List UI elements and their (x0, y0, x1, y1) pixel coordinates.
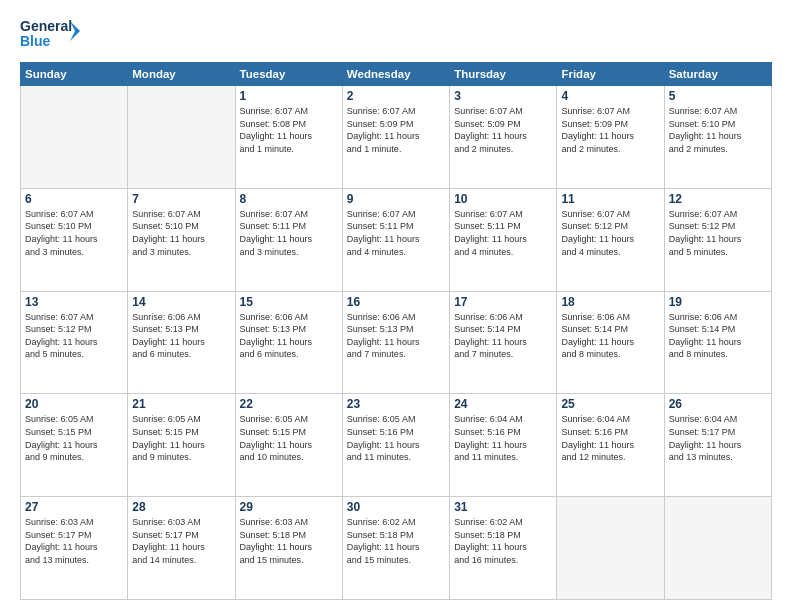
calendar-cell: 29Sunrise: 6:03 AM Sunset: 5:18 PM Dayli… (235, 497, 342, 600)
day-number: 6 (25, 192, 123, 206)
svg-text:Blue: Blue (20, 33, 51, 49)
calendar-cell: 22Sunrise: 6:05 AM Sunset: 5:15 PM Dayli… (235, 394, 342, 497)
calendar-cell: 9Sunrise: 6:07 AM Sunset: 5:11 PM Daylig… (342, 188, 449, 291)
weekday-header-wednesday: Wednesday (342, 63, 449, 86)
day-number: 27 (25, 500, 123, 514)
weekday-row: SundayMondayTuesdayWednesdayThursdayFrid… (21, 63, 772, 86)
day-info: Sunrise: 6:07 AM Sunset: 5:10 PM Dayligh… (669, 105, 767, 155)
calendar-cell: 25Sunrise: 6:04 AM Sunset: 5:16 PM Dayli… (557, 394, 664, 497)
calendar-cell: 20Sunrise: 6:05 AM Sunset: 5:15 PM Dayli… (21, 394, 128, 497)
day-info: Sunrise: 6:05 AM Sunset: 5:15 PM Dayligh… (25, 413, 123, 463)
day-info: Sunrise: 6:04 AM Sunset: 5:16 PM Dayligh… (561, 413, 659, 463)
day-info: Sunrise: 6:07 AM Sunset: 5:08 PM Dayligh… (240, 105, 338, 155)
day-number: 23 (347, 397, 445, 411)
day-number: 13 (25, 295, 123, 309)
day-number: 20 (25, 397, 123, 411)
calendar-table: SundayMondayTuesdayWednesdayThursdayFrid… (20, 62, 772, 600)
day-number: 11 (561, 192, 659, 206)
calendar-cell (21, 86, 128, 189)
calendar-cell: 14Sunrise: 6:06 AM Sunset: 5:13 PM Dayli… (128, 291, 235, 394)
calendar-cell: 13Sunrise: 6:07 AM Sunset: 5:12 PM Dayli… (21, 291, 128, 394)
day-info: Sunrise: 6:07 AM Sunset: 5:12 PM Dayligh… (561, 208, 659, 258)
calendar-cell (128, 86, 235, 189)
day-number: 21 (132, 397, 230, 411)
day-info: Sunrise: 6:04 AM Sunset: 5:16 PM Dayligh… (454, 413, 552, 463)
day-number: 5 (669, 89, 767, 103)
calendar-cell: 23Sunrise: 6:05 AM Sunset: 5:16 PM Dayli… (342, 394, 449, 497)
day-info: Sunrise: 6:05 AM Sunset: 5:15 PM Dayligh… (240, 413, 338, 463)
day-number: 2 (347, 89, 445, 103)
day-number: 9 (347, 192, 445, 206)
day-info: Sunrise: 6:03 AM Sunset: 5:17 PM Dayligh… (25, 516, 123, 566)
day-info: Sunrise: 6:03 AM Sunset: 5:18 PM Dayligh… (240, 516, 338, 566)
day-info: Sunrise: 6:07 AM Sunset: 5:09 PM Dayligh… (347, 105, 445, 155)
weekday-header-saturday: Saturday (664, 63, 771, 86)
day-info: Sunrise: 6:06 AM Sunset: 5:14 PM Dayligh… (561, 311, 659, 361)
day-number: 4 (561, 89, 659, 103)
calendar-cell: 31Sunrise: 6:02 AM Sunset: 5:18 PM Dayli… (450, 497, 557, 600)
day-number: 14 (132, 295, 230, 309)
day-number: 16 (347, 295, 445, 309)
day-info: Sunrise: 6:02 AM Sunset: 5:18 PM Dayligh… (454, 516, 552, 566)
calendar-cell: 26Sunrise: 6:04 AM Sunset: 5:17 PM Dayli… (664, 394, 771, 497)
calendar-cell: 19Sunrise: 6:06 AM Sunset: 5:14 PM Dayli… (664, 291, 771, 394)
day-number: 26 (669, 397, 767, 411)
day-number: 1 (240, 89, 338, 103)
header: GeneralBlue (20, 16, 772, 52)
calendar-cell: 15Sunrise: 6:06 AM Sunset: 5:13 PM Dayli… (235, 291, 342, 394)
day-info: Sunrise: 6:07 AM Sunset: 5:10 PM Dayligh… (132, 208, 230, 258)
day-info: Sunrise: 6:06 AM Sunset: 5:13 PM Dayligh… (132, 311, 230, 361)
calendar-cell: 30Sunrise: 6:02 AM Sunset: 5:18 PM Dayli… (342, 497, 449, 600)
day-number: 30 (347, 500, 445, 514)
calendar-body: 1Sunrise: 6:07 AM Sunset: 5:08 PM Daylig… (21, 86, 772, 600)
day-info: Sunrise: 6:07 AM Sunset: 5:09 PM Dayligh… (454, 105, 552, 155)
logo: GeneralBlue (20, 16, 80, 52)
weekday-header-friday: Friday (557, 63, 664, 86)
day-info: Sunrise: 6:06 AM Sunset: 5:13 PM Dayligh… (240, 311, 338, 361)
day-number: 22 (240, 397, 338, 411)
calendar-cell: 24Sunrise: 6:04 AM Sunset: 5:16 PM Dayli… (450, 394, 557, 497)
day-number: 25 (561, 397, 659, 411)
calendar-cell: 11Sunrise: 6:07 AM Sunset: 5:12 PM Dayli… (557, 188, 664, 291)
day-info: Sunrise: 6:06 AM Sunset: 5:13 PM Dayligh… (347, 311, 445, 361)
day-number: 29 (240, 500, 338, 514)
calendar-cell: 1Sunrise: 6:07 AM Sunset: 5:08 PM Daylig… (235, 86, 342, 189)
day-info: Sunrise: 6:03 AM Sunset: 5:17 PM Dayligh… (132, 516, 230, 566)
day-info: Sunrise: 6:02 AM Sunset: 5:18 PM Dayligh… (347, 516, 445, 566)
calendar-cell: 8Sunrise: 6:07 AM Sunset: 5:11 PM Daylig… (235, 188, 342, 291)
calendar-cell: 5Sunrise: 6:07 AM Sunset: 5:10 PM Daylig… (664, 86, 771, 189)
calendar-cell: 3Sunrise: 6:07 AM Sunset: 5:09 PM Daylig… (450, 86, 557, 189)
day-info: Sunrise: 6:07 AM Sunset: 5:12 PM Dayligh… (25, 311, 123, 361)
day-number: 8 (240, 192, 338, 206)
day-number: 12 (669, 192, 767, 206)
weekday-header-monday: Monday (128, 63, 235, 86)
calendar-cell: 10Sunrise: 6:07 AM Sunset: 5:11 PM Dayli… (450, 188, 557, 291)
calendar-cell: 17Sunrise: 6:06 AM Sunset: 5:14 PM Dayli… (450, 291, 557, 394)
page: GeneralBlue SundayMondayTuesdayWednesday… (0, 0, 792, 612)
calendar-cell (557, 497, 664, 600)
calendar-cell: 18Sunrise: 6:06 AM Sunset: 5:14 PM Dayli… (557, 291, 664, 394)
calendar-week-3: 13Sunrise: 6:07 AM Sunset: 5:12 PM Dayli… (21, 291, 772, 394)
day-number: 17 (454, 295, 552, 309)
calendar-week-5: 27Sunrise: 6:03 AM Sunset: 5:17 PM Dayli… (21, 497, 772, 600)
day-number: 28 (132, 500, 230, 514)
calendar-cell: 4Sunrise: 6:07 AM Sunset: 5:09 PM Daylig… (557, 86, 664, 189)
weekday-header-sunday: Sunday (21, 63, 128, 86)
calendar-cell: 16Sunrise: 6:06 AM Sunset: 5:13 PM Dayli… (342, 291, 449, 394)
day-number: 7 (132, 192, 230, 206)
day-info: Sunrise: 6:04 AM Sunset: 5:17 PM Dayligh… (669, 413, 767, 463)
weekday-header-thursday: Thursday (450, 63, 557, 86)
day-info: Sunrise: 6:07 AM Sunset: 5:11 PM Dayligh… (240, 208, 338, 258)
calendar-cell: 21Sunrise: 6:05 AM Sunset: 5:15 PM Dayli… (128, 394, 235, 497)
day-number: 31 (454, 500, 552, 514)
day-info: Sunrise: 6:07 AM Sunset: 5:10 PM Dayligh… (25, 208, 123, 258)
calendar-cell: 12Sunrise: 6:07 AM Sunset: 5:12 PM Dayli… (664, 188, 771, 291)
day-number: 15 (240, 295, 338, 309)
day-number: 3 (454, 89, 552, 103)
day-number: 18 (561, 295, 659, 309)
calendar-cell: 7Sunrise: 6:07 AM Sunset: 5:10 PM Daylig… (128, 188, 235, 291)
calendar-week-4: 20Sunrise: 6:05 AM Sunset: 5:15 PM Dayli… (21, 394, 772, 497)
day-info: Sunrise: 6:07 AM Sunset: 5:09 PM Dayligh… (561, 105, 659, 155)
calendar-cell: 27Sunrise: 6:03 AM Sunset: 5:17 PM Dayli… (21, 497, 128, 600)
day-info: Sunrise: 6:05 AM Sunset: 5:15 PM Dayligh… (132, 413, 230, 463)
